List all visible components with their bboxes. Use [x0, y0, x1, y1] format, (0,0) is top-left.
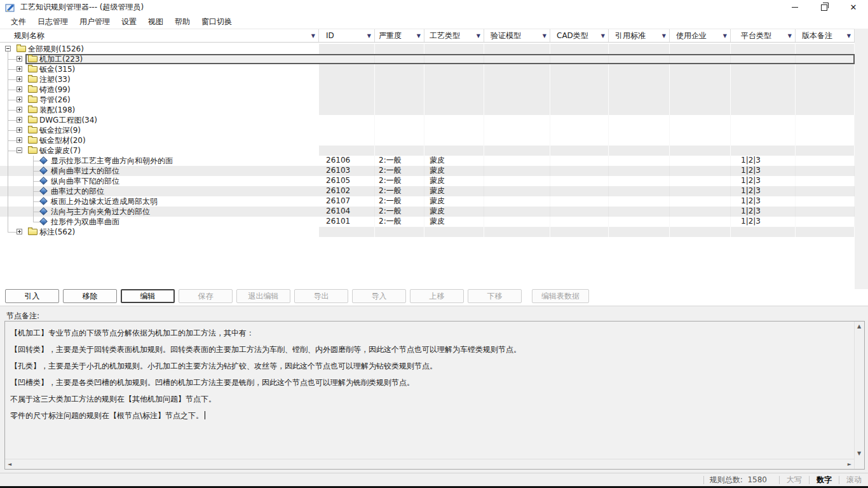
- tree-item-label: 横向曲率过大的部位: [51, 166, 119, 176]
- cell-reference-standard: [609, 196, 670, 207]
- expand-icon[interactable]: [17, 66, 22, 72]
- save-button: 保存: [179, 289, 233, 303]
- filter-dropdown-icon[interactable]: ▼: [847, 33, 851, 39]
- menu-item-help[interactable]: 帮助: [169, 15, 196, 29]
- cell-version-note: [796, 186, 855, 196]
- col-platform-type[interactable]: 平台类型▼: [731, 29, 796, 42]
- col-severity[interactable]: 严重度▼: [375, 29, 424, 42]
- filter-dropdown-icon[interactable]: ▼: [477, 33, 480, 39]
- tree-row[interactable]: 导管(26): [0, 95, 855, 105]
- col-process-type[interactable]: 工艺类型▼: [424, 29, 484, 42]
- expand-icon[interactable]: [17, 97, 22, 102]
- tree-row-name-cell: 钣金蒙皮(7): [0, 146, 319, 156]
- title-bar: 工艺知识规则管理器--- (超级管理员) ✕: [0, 0, 868, 15]
- collapse-icon[interactable]: [5, 46, 11, 51]
- window-controls: ✕: [780, 0, 868, 15]
- expand-icon[interactable]: [17, 229, 22, 234]
- col-enterprise[interactable]: 使用企业▼: [670, 29, 731, 42]
- node-remarks-textarea[interactable]: 【机加工】专业节点的下级节点分解依据为机加工的加工方法，其中有：【回转类】，主要…: [4, 321, 865, 470]
- filter-dropdown-icon[interactable]: ▼: [788, 33, 792, 39]
- tree-row[interactable]: 法向与主方向夹角过大的部位261042:一般蒙皮1|2|3: [0, 207, 855, 217]
- scroll-up-icon[interactable]: ▲: [857, 324, 861, 329]
- filter-dropdown-icon[interactable]: ▼: [367, 33, 371, 39]
- tree-item-label: 法向与主方向夹角过大的部位: [51, 207, 150, 217]
- col-version-note[interactable]: 版本备注▼: [796, 29, 855, 42]
- restore-button[interactable]: [810, 0, 839, 15]
- cell-validation-model: [484, 125, 550, 135]
- cell-reference-standard: [609, 227, 670, 237]
- cell-validation-model: [484, 74, 550, 85]
- expand-icon[interactable]: [17, 127, 22, 133]
- menu-item-log-management[interactable]: 日志管理: [32, 15, 74, 29]
- tree-row[interactable]: 曲率过大的部位261022:一般蒙皮1|2|3: [0, 186, 855, 196]
- tree-row[interactable]: 注塑(33): [0, 74, 855, 85]
- filter-dropdown-icon[interactable]: ▼: [601, 33, 605, 39]
- remarks-vertical-scrollbar[interactable]: ▲ ▼: [854, 322, 864, 469]
- tree-row[interactable]: 全部规则(1526): [0, 44, 855, 54]
- expand-icon[interactable]: [17, 76, 22, 82]
- cell-process-type: 蒙皮: [424, 196, 484, 207]
- menu-item-settings[interactable]: 设置: [116, 15, 142, 29]
- col-cad-type[interactable]: CAD类型▼: [550, 29, 609, 42]
- expand-icon[interactable]: [17, 86, 22, 92]
- tree-row[interactable]: 显示拉形工艺主弯曲方向和朝外的面261062:一般蒙皮1|2|3: [0, 156, 855, 166]
- tree-row[interactable]: 拉形件为双曲率曲面261012:一般蒙皮1|2|3: [0, 217, 855, 227]
- tree-row[interactable]: DWG工程图(34): [0, 115, 855, 125]
- tree-row[interactable]: 钣金拉深(9): [0, 125, 855, 135]
- cell-enterprise: [670, 64, 731, 74]
- cell-enterprise: [670, 54, 731, 64]
- filter-dropdown-icon[interactable]: ▼: [723, 33, 727, 39]
- cell-id: 26103: [319, 166, 375, 176]
- edit-button[interactable]: 编辑: [121, 289, 175, 303]
- minimize-button[interactable]: [780, 0, 810, 15]
- cell-process-type: 蒙皮: [424, 176, 484, 186]
- collapse-icon[interactable]: [17, 147, 22, 153]
- tree-row[interactable]: 装配(198): [0, 105, 855, 115]
- remarks-line: 【机加工】专业节点的下级节点分解依据为机加工的加工方法，其中有：: [10, 325, 848, 341]
- remarks-horizontal-scrollbar[interactable]: ◄ ►: [5, 459, 854, 469]
- status-separator: [703, 476, 704, 484]
- cell-cad-type: [550, 166, 609, 176]
- col-id[interactable]: ID▼: [319, 29, 375, 42]
- tree-row[interactable]: 铸造(99): [0, 85, 855, 95]
- cell-reference-standard: [609, 44, 670, 54]
- menu-item-user-management[interactable]: 用户管理: [74, 15, 116, 29]
- expand-icon[interactable]: [17, 137, 22, 143]
- remove-button[interactable]: 移除: [63, 289, 117, 303]
- expand-icon[interactable]: [17, 56, 22, 62]
- cell-id: [319, 115, 375, 125]
- filter-dropdown-icon[interactable]: ▼: [662, 33, 666, 39]
- expand-icon[interactable]: [17, 117, 22, 123]
- introduce-button[interactable]: 引入: [5, 289, 59, 303]
- scroll-down-icon[interactable]: ▼: [857, 451, 861, 456]
- menu-item-window-switch[interactable]: 窗口切换: [196, 15, 238, 29]
- cell-severity: [375, 105, 424, 115]
- filter-dropdown-icon[interactable]: ▼: [311, 33, 315, 39]
- col-reference-standard[interactable]: 引用标准▼: [609, 29, 670, 42]
- tree-row[interactable]: 机加工(223): [0, 54, 855, 64]
- cell-severity: 2:一般: [375, 166, 424, 176]
- tree-row[interactable]: 纵向曲率下陷的部位261052:一般蒙皮1|2|3: [0, 176, 855, 186]
- col-validation-model[interactable]: 验证模型▼: [484, 29, 550, 42]
- tree-row[interactable]: 钣金型材(20): [0, 135, 855, 146]
- cell-platform-type: [731, 227, 796, 237]
- tree-row[interactable]: 横向曲率过大的部位261032:一般蒙皮1|2|3: [0, 166, 855, 176]
- scroll-left-icon[interactable]: ◄: [8, 462, 11, 467]
- filter-dropdown-icon[interactable]: ▼: [543, 33, 546, 39]
- filter-dropdown-icon[interactable]: ▼: [417, 33, 421, 39]
- tree-row[interactable]: 钣金蒙皮(7): [0, 146, 855, 156]
- tree-row[interactable]: 板面上外边缘太近造成局部太弱261072:一般蒙皮1|2|3: [0, 196, 855, 207]
- menu-item-view[interactable]: 视图: [142, 15, 169, 29]
- cell-reference-standard: [609, 125, 670, 135]
- folder-icon: [28, 76, 37, 83]
- expand-icon[interactable]: [17, 107, 22, 112]
- col-rule-name[interactable]: 规则名称▼: [0, 29, 319, 42]
- tree-row[interactable]: 钣金(315): [0, 64, 855, 74]
- scroll-right-icon[interactable]: ►: [848, 462, 851, 467]
- close-button[interactable]: ✕: [839, 0, 868, 15]
- tree-row[interactable]: 标注(562): [0, 227, 855, 237]
- menu-item-file[interactable]: 文件: [5, 15, 32, 29]
- cell-cad-type: [550, 44, 609, 54]
- cell-id: 26102: [319, 186, 375, 196]
- cell-process-type: [424, 135, 484, 146]
